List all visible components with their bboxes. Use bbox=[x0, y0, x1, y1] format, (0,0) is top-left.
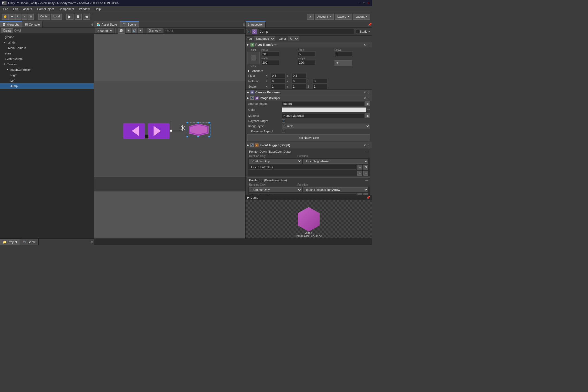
hier-item-jump[interactable]: Jump bbox=[0, 83, 94, 89]
pointer-down-add-btn[interactable]: + bbox=[357, 171, 362, 176]
canvas-arrow-icon[interactable]: ▼ bbox=[3, 62, 5, 67]
anchors-arrow-icon[interactable]: ▶ bbox=[248, 70, 250, 72]
pivot-x-input[interactable] bbox=[271, 73, 286, 78]
scene-fx-btn[interactable]: ✦ bbox=[138, 28, 143, 33]
pos-x-input[interactable] bbox=[261, 51, 279, 56]
scale-tool-btn[interactable]: ⤢ bbox=[22, 14, 27, 20]
rushdy-arrow-icon[interactable]: ▼ bbox=[3, 40, 5, 45]
project-panel-pin[interactable]: ⊕ bbox=[91, 239, 94, 245]
source-image-picker-btn[interactable]: ◉ bbox=[365, 101, 370, 106]
color-field[interactable] bbox=[282, 107, 366, 112]
tab-hierarchy[interactable]: ☰ Hierarchy bbox=[0, 21, 22, 27]
local-global-btn[interactable]: Local bbox=[51, 14, 62, 20]
pointer-down-runtime-select[interactable]: Runtime Only bbox=[249, 159, 302, 164]
hier-item-right[interactable]: Right bbox=[0, 72, 94, 78]
rect-tool-btn[interactable]: ⊞ bbox=[28, 14, 34, 20]
cloud-btn[interactable]: ☁ bbox=[307, 14, 314, 20]
raycast-checkbox[interactable]: ✓ bbox=[282, 119, 285, 122]
pivot-y-input[interactable] bbox=[292, 73, 307, 78]
canvas-renderer-header[interactable]: ▶ ▦ Canvas Renderer ⚙ ⋮ bbox=[246, 90, 372, 95]
scene-view[interactable] bbox=[94, 34, 245, 238]
close-btn[interactable]: ✕ bbox=[367, 1, 370, 5]
scale-y-input[interactable] bbox=[292, 84, 307, 89]
preview-pin-btn[interactable]: 📌 bbox=[366, 196, 370, 199]
hier-item-eventsystem[interactable]: EventSystem bbox=[0, 56, 94, 62]
2d-btn[interactable]: 2D bbox=[118, 28, 125, 34]
event-trigger-settings-btn[interactable]: ⚙ bbox=[364, 144, 366, 147]
image-script-header[interactable]: ▶ ✓ 🖼 Image (Script) ⚙ ⋮ bbox=[246, 95, 372, 101]
tab-scene[interactable]: 🎬 Scene bbox=[120, 21, 139, 27]
rect-transform-header[interactable]: ▶ ⊞ Rect Transform ⚙ ⋮ bbox=[246, 42, 372, 47]
layout-btn[interactable]: Layout ▼ bbox=[353, 14, 370, 20]
scene-audio-btn[interactable]: 🔊 bbox=[132, 28, 137, 33]
pointer-up-function-select[interactable]: Touch.ReleaseRightArrow bbox=[303, 187, 368, 192]
rotation-z-input[interactable] bbox=[313, 79, 327, 84]
scene-search-input[interactable] bbox=[164, 28, 244, 33]
hand-tool-btn[interactable]: ✋ bbox=[2, 14, 9, 20]
left-panel-pin[interactable]: ⊕ bbox=[91, 21, 94, 27]
menu-gameobject[interactable]: GameObject bbox=[35, 7, 56, 11]
shading-mode-select[interactable]: Shaded bbox=[95, 28, 114, 33]
gizmos-btn[interactable]: Gizmos ▼ bbox=[147, 28, 163, 33]
anchor-widget[interactable] bbox=[247, 52, 260, 64]
scale-x-input[interactable] bbox=[271, 84, 286, 89]
hier-item-touchcontroller[interactable]: ▼ TouchController bbox=[0, 67, 94, 72]
pointer-down-collapse-btn[interactable]: — bbox=[365, 150, 368, 153]
rotate-tool-btn[interactable]: ↻ bbox=[15, 14, 21, 20]
move-tool-btn[interactable]: ✛ bbox=[9, 14, 15, 20]
pointer-up-runtime-select[interactable]: Runtime Only bbox=[249, 187, 302, 192]
source-image-input[interactable] bbox=[282, 101, 364, 106]
color-eye-btn[interactable]: ✏ bbox=[367, 108, 370, 112]
image-script-settings-btn[interactable]: ⚙ bbox=[364, 97, 366, 100]
hierarchy-create-btn[interactable]: Create bbox=[1, 28, 13, 33]
scene-light-btn[interactable]: ☀ bbox=[126, 28, 131, 33]
hier-item-stars[interactable]: stars bbox=[0, 51, 94, 56]
minimize-btn[interactable]: ─ bbox=[359, 1, 361, 5]
menu-assets[interactable]: Assets bbox=[21, 7, 34, 11]
width-input[interactable] bbox=[261, 60, 279, 65]
canvas-renderer-more-btn[interactable]: ⋮ bbox=[367, 91, 370, 94]
pointer-down-function-select[interactable]: Touch.RightArrow bbox=[303, 159, 368, 164]
hier-item-main-camera[interactable]: Main Camera bbox=[0, 45, 94, 51]
pause-btn[interactable]: ⏸ bbox=[75, 14, 82, 20]
event-trigger-header[interactable]: ▶ ✓ ⚡ Event Trigger (Script) ⚙ ⋮ bbox=[246, 142, 372, 148]
maximize-btn[interactable]: □ bbox=[363, 1, 365, 5]
pointer-up-collapse-btn[interactable]: — bbox=[365, 179, 368, 182]
menu-edit[interactable]: Edit bbox=[11, 7, 20, 11]
object-name-input[interactable] bbox=[259, 29, 354, 34]
pos-y-input[interactable] bbox=[298, 51, 316, 56]
menu-window[interactable]: Window bbox=[77, 7, 92, 11]
set-native-size-btn[interactable]: Set Native Size bbox=[247, 134, 370, 141]
hier-item-canvas[interactable]: ▼ Canvas bbox=[0, 62, 94, 67]
static-checkbox[interactable] bbox=[356, 30, 359, 33]
play-btn[interactable]: ▶ bbox=[66, 14, 74, 20]
pointer-down-remove-btn[interactable]: − bbox=[363, 171, 368, 176]
layer-select[interactable]: UI bbox=[288, 36, 299, 41]
tab-project[interactable]: 📁 Project bbox=[0, 239, 20, 245]
tab-inspector[interactable]: ℹ Inspector bbox=[246, 21, 266, 27]
center-pivot-btn[interactable]: Center bbox=[38, 14, 50, 20]
menu-component[interactable]: Component bbox=[56, 7, 76, 11]
event-trigger-more-btn[interactable]: ⋮ bbox=[367, 144, 370, 147]
hier-item-ground[interactable]: ground bbox=[0, 34, 94, 40]
hier-item-rushdy[interactable]: ▼ rushdy bbox=[0, 40, 94, 45]
blueprint-btn[interactable]: ⊞ bbox=[335, 60, 352, 66]
object-enable-check[interactable]: ✓ bbox=[247, 30, 250, 33]
pos-z-input[interactable] bbox=[335, 51, 352, 56]
scene-panel-pin[interactable]: ⊕ bbox=[243, 21, 245, 27]
rotation-y-input[interactable] bbox=[292, 79, 307, 84]
image-enable-check[interactable]: ✓ bbox=[250, 96, 254, 100]
tab-asset-store[interactable]: 🏪 Asset Store bbox=[94, 21, 120, 27]
rect-transform-settings-btn[interactable]: ⚙ bbox=[364, 43, 366, 46]
inspector-panel-pin[interactable]: 📌 bbox=[368, 21, 372, 27]
step-btn[interactable]: ⏭ bbox=[83, 14, 90, 20]
height-input[interactable] bbox=[298, 60, 316, 65]
pointer-down-obj-btn1[interactable]: ○ bbox=[357, 165, 362, 170]
preserve-aspect-checkbox[interactable] bbox=[282, 130, 285, 133]
tab-game[interactable]: 🎮 Game bbox=[20, 239, 39, 245]
material-picker-btn[interactable]: ◉ bbox=[365, 113, 370, 118]
tab-console[interactable]: ▤ Console bbox=[22, 21, 43, 27]
material-input[interactable] bbox=[282, 113, 364, 118]
layers-btn[interactable]: Layers ▼ bbox=[335, 14, 352, 20]
touchcontroller-arrow-icon[interactable]: ▼ bbox=[7, 67, 9, 72]
